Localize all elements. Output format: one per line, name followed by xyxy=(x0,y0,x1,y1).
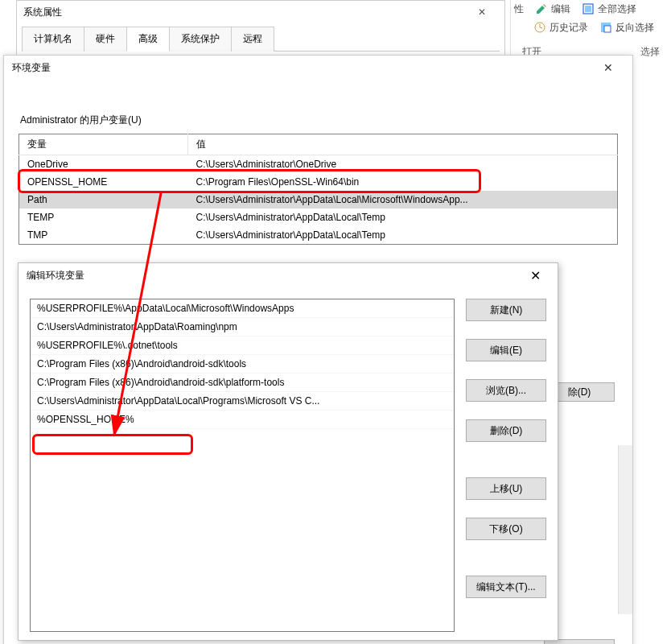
tab-computer-name[interactable]: 计算机名 xyxy=(22,27,84,52)
list-item[interactable]: %OPENSSL_HOME% xyxy=(31,411,454,429)
table-row[interactable]: TEMPC:\Users\Administrator\AppData\Local… xyxy=(19,208,618,226)
var-name: Path xyxy=(19,191,188,208)
scrollbar[interactable] xyxy=(618,445,632,614)
invert-icon xyxy=(599,21,612,34)
var-value: C:\Users\Administrator\AppData\Local\Tem… xyxy=(188,226,618,245)
list-item[interactable]: C:\Users\Administrator\AppData\Local\Pro… xyxy=(31,392,454,411)
var-value: C:\Users\Administrator\AppData\Local\Tem… xyxy=(188,208,618,226)
path-list[interactable]: %USERPROFILE%\AppData\Local\Microsoft\Wi… xyxy=(30,299,455,632)
edit-title: 编辑环境变量 xyxy=(27,269,517,283)
delete-button[interactable]: 删除(D) xyxy=(466,419,546,442)
close-icon[interactable]: ✕ xyxy=(517,264,553,287)
edit-button[interactable]: 编辑(E) xyxy=(466,339,546,361)
ribbon-edit[interactable]: 编辑 xyxy=(535,2,570,16)
edit-titlebar: 编辑环境变量 ✕ xyxy=(19,263,558,287)
sysprop-tabs: 计算机名 硬件 高级 系统保护 远程 xyxy=(22,27,500,52)
sysprop-titlebar: 系统属性 ✕ xyxy=(17,1,504,23)
var-value: C:\Users\Administrator\OneDrive xyxy=(188,155,618,174)
var-value: C:\Program Files\OpenSSL-Win64\bin xyxy=(188,173,618,191)
var-name: OneDrive xyxy=(19,155,188,174)
tab-protection[interactable]: 系统保护 xyxy=(169,27,232,52)
select-all-icon xyxy=(582,2,595,15)
close-icon[interactable]: ✕ xyxy=(466,4,498,20)
sysprop-title: 系统属性 xyxy=(23,6,466,19)
browse-button[interactable]: 浏览(B)... xyxy=(466,379,546,402)
var-name: TEMP xyxy=(19,208,188,226)
env-titlebar: 环境变量 ✕ xyxy=(4,56,632,80)
ribbon-select-all[interactable]: 全部选择 xyxy=(582,2,636,16)
env-title: 环境变量 xyxy=(12,61,591,75)
table-row[interactable]: TMPC:\Users\Administrator\AppData\Local\… xyxy=(19,226,618,245)
ribbon-history[interactable]: 历史记录 xyxy=(533,21,588,35)
user-vars-label: Administrator 的用户变量(U) xyxy=(20,114,618,127)
edit-env-var-window: 编辑环境变量 ✕ %USERPROFILE%\AppData\Local\Mic… xyxy=(18,262,558,641)
list-item[interactable]: %USERPROFILE%\.dotnet\tools xyxy=(31,336,454,355)
table-row[interactable]: OneDriveC:\Users\Administrator\OneDrive xyxy=(19,155,618,174)
edit-text-button[interactable]: 编辑文本(T)... xyxy=(466,576,546,598)
table-row[interactable]: PathC:\Users\Administrator\AppData\Local… xyxy=(19,191,618,208)
move-up-button[interactable]: 上移(U) xyxy=(466,477,546,500)
list-item[interactable]: C:\Program Files (x86)\Android\android-s… xyxy=(31,355,454,374)
user-vars-table[interactable]: 变量 值 OneDriveC:\Users\Administrator\OneD… xyxy=(19,134,618,245)
pencil-icon xyxy=(535,2,548,15)
table-row[interactable]: OPENSSL_HOMEC:\Program Files\OpenSSL-Win… xyxy=(19,173,618,191)
move-down-button[interactable]: 下移(O) xyxy=(466,518,546,540)
ribbon-properties[interactable]: 性 xyxy=(514,2,524,16)
close-icon[interactable]: ✕ xyxy=(591,56,626,79)
svg-rect-4 xyxy=(604,26,611,32)
var-name: TMP xyxy=(19,226,188,245)
list-item[interactable]: C:\Users\Administrator\AppData\Roaming\n… xyxy=(31,318,454,336)
var-value: C:\Users\Administrator\AppData\Local\Mic… xyxy=(188,191,618,208)
ribbon-section-select: 选择 xyxy=(640,45,660,59)
tab-advanced[interactable]: 高级 xyxy=(126,27,170,52)
list-item[interactable]: C:\Program Files (x86)\Android\android-s… xyxy=(31,374,454,392)
tab-hardware[interactable]: 硬件 xyxy=(84,27,127,52)
var-name: OPENSSL_HOME xyxy=(19,173,188,191)
new-button[interactable]: 新建(N) xyxy=(466,299,546,321)
tab-remote[interactable]: 远程 xyxy=(231,27,274,52)
col-variable[interactable]: 变量 xyxy=(19,134,188,155)
clock-icon xyxy=(533,21,546,34)
list-item[interactable]: %USERPROFILE%\AppData\Local\Microsoft\Wi… xyxy=(31,299,454,318)
edit-buttons-col: 新建(N) 编辑(E) 浏览(B)... 删除(D) 上移(U) 下移(O) 编… xyxy=(466,299,546,632)
svg-rect-1 xyxy=(585,6,591,12)
ribbon-invert[interactable]: 反向选择 xyxy=(599,21,654,35)
col-value[interactable]: 值 xyxy=(188,134,618,155)
